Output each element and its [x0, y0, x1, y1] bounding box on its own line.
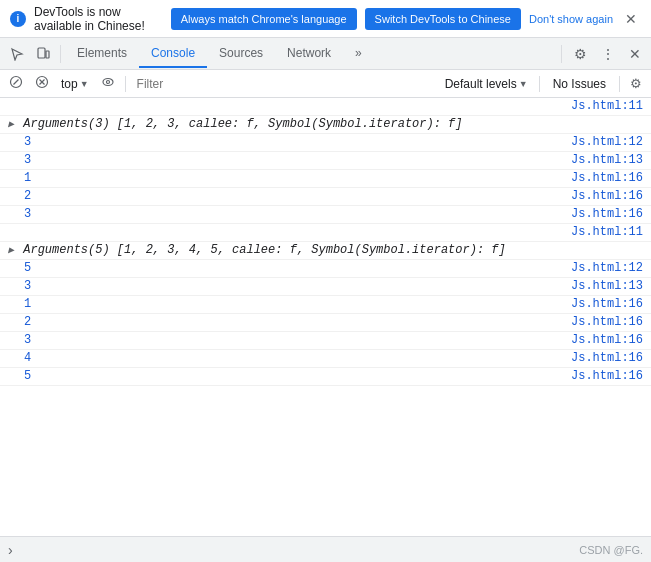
group-label: Arguments(3) [1, 2, 3, callee: f, Symbol… [16, 117, 462, 131]
toolbar-right: ⚙ ⋮ ✕ [557, 42, 647, 66]
console-row: 2 Js.html:16 [0, 314, 651, 332]
source-link[interactable]: Js.html:11 [571, 99, 643, 113]
source-link[interactable]: Js.html:12 [571, 135, 643, 149]
console-row: 5 Js.html:16 [0, 368, 651, 386]
tab-more[interactable]: » [343, 40, 374, 68]
eye-icon[interactable] [96, 72, 120, 95]
console-row: 3 Js.html:16 [0, 206, 651, 224]
console-row: 1 Js.html:16 [0, 170, 651, 188]
source-link[interactable]: Js.html:16 [571, 207, 643, 221]
info-icon: i [10, 11, 26, 27]
group-label2: Arguments(5) [1, 2, 3, 4, 5, callee: f, … [16, 243, 506, 257]
match-language-button[interactable]: Always match Chrome's language [171, 8, 357, 30]
console-row: Js.html:11 [0, 224, 651, 242]
levels-label: Default levels [445, 77, 517, 91]
clear-console-icon[interactable] [4, 72, 28, 95]
levels-dropdown[interactable]: Default levels ▼ [439, 75, 534, 93]
console-row: 3 Js.html:16 [0, 332, 651, 350]
divider-1 [60, 45, 61, 63]
console-value: 3 [24, 333, 31, 347]
svg-point-8 [106, 81, 109, 84]
source-link[interactable]: Js.html:16 [571, 297, 643, 311]
devtools-toolbar: Elements Console Sources Network » ⚙ ⋮ ✕ [0, 38, 651, 70]
source-link[interactable]: Js.html:13 [571, 153, 643, 167]
tab-console[interactable]: Console [139, 40, 207, 68]
console-row: 3 Js.html:13 [0, 278, 651, 296]
close-devtools-icon[interactable]: ✕ [623, 42, 647, 66]
console-row-group2: ▶ Arguments(5) [1, 2, 3, 4, 5, callee: f… [0, 242, 651, 260]
console-row: 3 Js.html:12 [0, 134, 651, 152]
context-label: top [61, 77, 78, 91]
svg-rect-0 [38, 48, 45, 58]
pause-on-exceptions-icon[interactable] [30, 72, 54, 95]
console-value: 1 [24, 171, 31, 185]
more-options-icon[interactable]: ⋮ [595, 42, 621, 66]
source-link[interactable]: Js.html:16 [571, 369, 643, 383]
console-toolbar: top ▼ Default levels ▼ No Issues ⚙ [0, 70, 651, 98]
source-link[interactable]: Js.html:16 [571, 351, 643, 365]
source-link[interactable]: Js.html:13 [571, 279, 643, 293]
console-prompt-icon[interactable]: › [8, 542, 13, 558]
console-row-group: ▶ Arguments(3) [1, 2, 3, callee: f, Symb… [0, 116, 651, 134]
cursor-icon[interactable] [4, 43, 30, 65]
console-value: 2 [24, 189, 31, 203]
console-settings-icon[interactable]: ⚙ [625, 73, 647, 94]
expand-icon2[interactable]: ▶ [8, 245, 14, 256]
source-link[interactable]: Js.html:16 [571, 171, 643, 185]
expand-icon[interactable]: ▶ [8, 119, 14, 130]
console-row: 1 Js.html:16 [0, 296, 651, 314]
console-value: 5 [24, 261, 31, 275]
dont-show-button[interactable]: Don't show again [529, 13, 613, 25]
tab-network[interactable]: Network [275, 40, 343, 68]
close-button[interactable]: ✕ [621, 9, 641, 29]
group-content2: ▶ Arguments(5) [1, 2, 3, 4, 5, callee: f… [8, 243, 506, 257]
notification-text: DevTools is now available in Chinese! [34, 5, 163, 33]
console-value: 3 [24, 135, 31, 149]
console-output: Js.html:11 ▶ Arguments(3) [1, 2, 3, call… [0, 98, 651, 536]
divider-2 [561, 45, 562, 63]
console-row: 2 Js.html:16 [0, 188, 651, 206]
source-link[interactable]: Js.html:12 [571, 261, 643, 275]
group-content: ▶ Arguments(3) [1, 2, 3, callee: f, Symb… [8, 117, 463, 131]
console-value: 2 [24, 315, 31, 329]
status-credit: CSDN @FG. [579, 544, 643, 556]
console-row: 4 Js.html:16 [0, 350, 651, 368]
svg-point-7 [103, 79, 113, 86]
chevron-down-icon: ▼ [80, 79, 89, 89]
notification-bar: i DevTools is now available in Chinese! … [0, 0, 651, 38]
tab-sources[interactable]: Sources [207, 40, 275, 68]
levels-chevron-icon: ▼ [519, 79, 528, 89]
device-icon[interactable] [30, 43, 56, 65]
source-link[interactable]: Js.html:16 [571, 333, 643, 347]
tab-elements[interactable]: Elements [65, 40, 139, 68]
filter-input[interactable] [131, 75, 437, 93]
console-value: 3 [24, 153, 31, 167]
switch-chinese-button[interactable]: Switch DevTools to Chinese [365, 8, 521, 30]
console-value: 3 [24, 279, 31, 293]
settings-icon[interactable]: ⚙ [568, 42, 593, 66]
svg-line-3 [14, 80, 19, 85]
source-link[interactable]: Js.html:11 [571, 225, 643, 239]
console-row: Js.html:11 [0, 98, 651, 116]
svg-rect-1 [46, 51, 49, 58]
console-row: 5 Js.html:12 [0, 260, 651, 278]
console-value: 4 [24, 351, 31, 365]
issues-divider [619, 76, 620, 92]
console-row: 3 Js.html:13 [0, 152, 651, 170]
levels-divider [539, 76, 540, 92]
source-link[interactable]: Js.html:16 [571, 189, 643, 203]
issues-button[interactable]: No Issues [545, 75, 614, 93]
console-value: 5 [24, 369, 31, 383]
context-selector[interactable]: top ▼ [56, 75, 94, 93]
source-link[interactable]: Js.html:16 [571, 315, 643, 329]
console-value: 3 [24, 207, 31, 221]
filter-divider [125, 76, 126, 92]
status-bar: › CSDN @FG. [0, 536, 651, 562]
console-value: 1 [24, 297, 31, 311]
